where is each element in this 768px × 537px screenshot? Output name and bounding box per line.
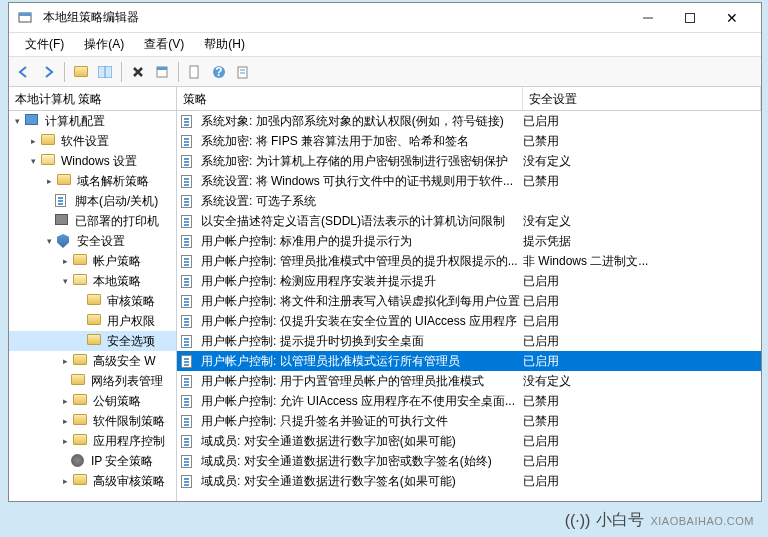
menu-help[interactable]: 帮助(H) (194, 33, 255, 56)
tree-printer[interactable]: 已部署的打印机 (9, 211, 176, 231)
delete-button[interactable] (127, 61, 149, 83)
menu-file[interactable]: 文件(F) (15, 33, 74, 56)
policy-value: 已禁用 (523, 413, 761, 430)
policy-row[interactable]: 系统加密: 为计算机上存储的用户密钥强制进行强密钥保护没有定义 (177, 151, 761, 171)
tree-netlist[interactable]: 网络列表管理 (9, 371, 176, 391)
policy-icon (181, 454, 197, 468)
policy-icon (181, 294, 197, 308)
forward-button[interactable] (37, 61, 59, 83)
policy-value: 已启用 (523, 293, 761, 310)
policy-row[interactable]: 系统加密: 将 FIPS 兼容算法用于加密、哈希和签名已禁用 (177, 131, 761, 151)
tree-root-computer[interactable]: ▾计算机配置 (9, 111, 176, 131)
tree-secopt[interactable]: 安全选项 (9, 331, 176, 351)
policy-value: 已启用 (523, 313, 761, 330)
properties-button[interactable] (151, 61, 173, 83)
tree-audit[interactable]: 审核策略 (9, 291, 176, 311)
policy-name: 域成员: 对安全通道数据进行数字加密(如果可能) (201, 433, 523, 450)
policy-row[interactable]: 用户帐户控制: 仅提升安装在安全位置的 UIAccess 应用程序已启用 (177, 311, 761, 331)
policy-icon (181, 254, 197, 268)
watermark-brand: 小白号 (596, 510, 644, 531)
window-title: 本地组策略编辑器 (39, 9, 627, 26)
policy-name: 系统加密: 为计算机上存储的用户密钥强制进行强密钥保护 (201, 153, 523, 170)
tree-local[interactable]: ▾本地策略 (9, 271, 176, 291)
policy-name: 用户帐户控制: 将文件和注册表写入错误虚拟化到每用户位置 (201, 293, 523, 310)
policy-icon (181, 394, 197, 408)
svg-text:?: ? (215, 65, 222, 79)
policy-icon (181, 314, 197, 328)
tree-account[interactable]: ▸帐户策略 (9, 251, 176, 271)
col-setting[interactable]: 安全设置 (523, 87, 761, 110)
refresh-button[interactable] (184, 61, 206, 83)
policy-icon (181, 414, 197, 428)
back-button[interactable] (13, 61, 35, 83)
tree-pubkey[interactable]: ▸公钥策略 (9, 391, 176, 411)
minimize-button[interactable] (627, 3, 669, 33)
policy-row[interactable]: 用户帐户控制: 标准用户的提升提示行为提示凭据 (177, 231, 761, 251)
view-list-button[interactable] (94, 61, 116, 83)
policy-value: 已禁用 (523, 393, 761, 410)
tree-ipsec[interactable]: IP 安全策略 (9, 451, 176, 471)
policy-name: 用户帐户控制: 以管理员批准模式运行所有管理员 (201, 353, 523, 370)
tree-softrest[interactable]: ▸软件限制策略 (9, 411, 176, 431)
policy-value: 已启用 (523, 433, 761, 450)
policy-icon (181, 154, 197, 168)
help-button[interactable]: ? (208, 61, 230, 83)
export-button[interactable] (232, 61, 254, 83)
app-icon (17, 10, 33, 26)
policy-row[interactable]: 系统设置: 将 Windows 可执行文件中的证书规则用于软件...已禁用 (177, 171, 761, 191)
tree-software[interactable]: ▸软件设置 (9, 131, 176, 151)
policy-row[interactable]: 用户帐户控制: 允许 UIAccess 应用程序在不使用安全桌面...已禁用 (177, 391, 761, 411)
broadcast-icon: ((·)) (565, 512, 591, 530)
policy-row[interactable]: 用户帐户控制: 提示提升时切换到安全桌面已启用 (177, 331, 761, 351)
col-policy[interactable]: 策略 (177, 87, 523, 110)
policy-value: 提示凭据 (523, 233, 761, 250)
menu-action[interactable]: 操作(A) (74, 33, 134, 56)
tree-script[interactable]: 脚本(启动/关机) (9, 191, 176, 211)
tree-windows[interactable]: ▾Windows 设置 (9, 151, 176, 171)
content-area: 本地计算机 策略 ▾计算机配置 ▸软件设置 ▾Windows 设置 ▸域名解析策… (9, 87, 761, 501)
tree-rights[interactable]: 用户权限 (9, 311, 176, 331)
list-header: 策略 安全设置 (177, 87, 761, 111)
policy-row[interactable]: 以安全描述符定义语言(SDDL)语法表示的计算机访问限制没有定义 (177, 211, 761, 231)
policy-value: 已启用 (523, 473, 761, 490)
policy-name: 域成员: 对安全通道数据进行数字加密或数字签名(始终) (201, 453, 523, 470)
policy-row[interactable]: 用户帐户控制: 只提升签名并验证的可执行文件已禁用 (177, 411, 761, 431)
policy-name: 用户帐户控制: 检测应用程序安装并提示提升 (201, 273, 523, 290)
policy-row[interactable]: 用户帐户控制: 管理员批准模式中管理员的提升权限提示的...非 Windows … (177, 251, 761, 271)
policy-name: 系统设置: 可选子系统 (201, 193, 523, 210)
svg-rect-1 (19, 13, 31, 16)
tree-advaudit[interactable]: ▸高级审核策略 (9, 471, 176, 491)
policy-row[interactable]: 域成员: 对安全通道数据进行数字加密(如果可能)已启用 (177, 431, 761, 451)
maximize-button[interactable] (669, 3, 711, 33)
policy-row[interactable]: 域成员: 对安全通道数据进行数字加密或数字签名(始终)已启用 (177, 451, 761, 471)
tree-security[interactable]: ▾安全设置 (9, 231, 176, 251)
policy-row[interactable]: 用户帐户控制: 将文件和注册表写入错误虚拟化到每用户位置已启用 (177, 291, 761, 311)
policy-value: 已禁用 (523, 173, 761, 190)
policy-row[interactable]: 用户帐户控制: 以管理员批准模式运行所有管理员已启用 (177, 351, 761, 371)
policy-name: 以安全描述符定义语言(SDDL)语法表示的计算机访问限制 (201, 213, 523, 230)
tree-advw[interactable]: ▸高级安全 W (9, 351, 176, 371)
close-button[interactable]: ✕ (711, 3, 753, 33)
policy-icon (181, 374, 197, 388)
policy-row[interactable]: 系统设置: 可选子系统 (177, 191, 761, 211)
policy-value: 没有定义 (523, 373, 761, 390)
policy-name: 系统对象: 加强内部系统对象的默认权限(例如，符号链接) (201, 113, 523, 130)
tree-body[interactable]: ▾计算机配置 ▸软件设置 ▾Windows 设置 ▸域名解析策略 脚本(启动/关… (9, 111, 176, 501)
policy-row[interactable]: 用户帐户控制: 检测应用程序安装并提示提升已启用 (177, 271, 761, 291)
policy-row[interactable]: 域成员: 对安全通道数据进行数字签名(如果可能)已启用 (177, 471, 761, 491)
policy-icon (181, 434, 197, 448)
list-body[interactable]: 系统对象: 加强内部系统对象的默认权限(例如，符号链接)已启用系统加密: 将 F… (177, 111, 761, 501)
up-button[interactable] (70, 61, 92, 83)
policy-value: 非 Windows 二进制文... (523, 253, 761, 270)
tree-appctrl[interactable]: ▸应用程序控制 (9, 431, 176, 451)
policy-icon (181, 234, 197, 248)
policy-value: 已启用 (523, 113, 761, 130)
policy-icon (181, 354, 197, 368)
list-panel: 策略 安全设置 系统对象: 加强内部系统对象的默认权限(例如，符号链接)已启用系… (177, 87, 761, 501)
policy-row[interactable]: 系统对象: 加强内部系统对象的默认权限(例如，符号链接)已启用 (177, 111, 761, 131)
titlebar: 本地组策略编辑器 ✕ (9, 3, 761, 33)
tree-dns[interactable]: ▸域名解析策略 (9, 171, 176, 191)
policy-row[interactable]: 用户帐户控制: 用于内置管理员帐户的管理员批准模式没有定义 (177, 371, 761, 391)
menu-view[interactable]: 查看(V) (134, 33, 194, 56)
policy-name: 系统加密: 将 FIPS 兼容算法用于加密、哈希和签名 (201, 133, 523, 150)
